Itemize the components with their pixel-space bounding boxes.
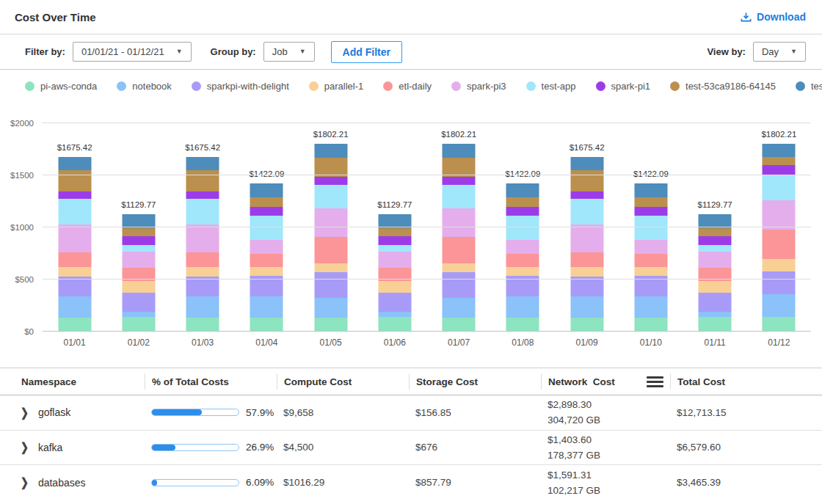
col-header-total-cost[interactable]: Total Cost <box>670 373 807 390</box>
bar-segment-test-53ca9186-64145[interactable] <box>506 197 539 207</box>
bar-segment-test-app[interactable] <box>186 199 219 224</box>
col-header-namespace[interactable]: Namespace <box>15 373 145 390</box>
bar-segment-test-53ca9186-64145[interactable] <box>634 197 667 207</box>
bar-segment-spark-pi3[interactable] <box>58 224 91 252</box>
bar-segment-parallel-1[interactable] <box>763 259 796 271</box>
bar-segment-spark-pi1[interactable] <box>58 191 91 199</box>
bar-segment-spark-pi1[interactable] <box>634 207 667 216</box>
bar-segment-parallel-1[interactable] <box>58 267 91 277</box>
bar-segment-pi-aws-conda[interactable] <box>58 318 91 332</box>
bar-segment-spark-pi3[interactable] <box>186 224 219 252</box>
bar-segment-spark-pi3[interactable] <box>570 224 603 252</box>
legend-item-etl-daily[interactable]: etl-daily <box>383 81 432 92</box>
bar-segment-test-pkix[interactable] <box>763 144 796 157</box>
bar-segment-spark-pi1[interactable] <box>443 177 476 185</box>
bar-segment-spark-pi1[interactable] <box>378 236 411 245</box>
date-range-select[interactable]: 01/01/21 - 01/12/21 ▼ <box>73 42 192 62</box>
bar-segment-etl-daily[interactable] <box>58 252 91 267</box>
bar-segment-spark-pi1[interactable] <box>699 236 732 245</box>
group-by-select[interactable]: Job ▼ <box>263 42 315 62</box>
legend-item-pi-aws-conda[interactable]: pi-aws-conda <box>25 81 97 92</box>
view-by-select[interactable]: Day ▼ <box>753 42 806 62</box>
legend-item-test-app[interactable]: test-app <box>526 81 576 92</box>
bar-segment-test-app[interactable] <box>763 175 796 200</box>
table-row-goflask[interactable]: ❯goflask57.9%$9,658$156.85$2,898.30304,7… <box>0 395 822 431</box>
bar-segment-notebook[interactable] <box>763 294 796 317</box>
stacked-bar-01/12[interactable] <box>763 144 796 332</box>
bar-segment-test-app[interactable] <box>634 216 667 240</box>
bar-segment-sparkpi-with-delight[interactable] <box>58 277 91 296</box>
bar-segment-test-pkix[interactable] <box>443 144 476 157</box>
bar-segment-test-53ca9186-64145[interactable] <box>58 170 91 191</box>
bar-segment-parallel-1[interactable] <box>314 263 347 272</box>
menu-icon[interactable] <box>647 376 663 387</box>
bar-segment-spark-pi3[interactable] <box>634 240 667 254</box>
stacked-bar-01/09[interactable] <box>570 157 603 332</box>
bar-segment-test-pkix[interactable] <box>58 157 91 170</box>
bar-segment-test-53ca9186-64145[interactable] <box>763 157 796 165</box>
bar-segment-pi-aws-conda[interactable] <box>186 318 219 332</box>
bar-segment-notebook[interactable] <box>570 296 603 318</box>
bar-segment-sparkpi-with-delight[interactable] <box>570 277 603 296</box>
bar-segment-test-pkix[interactable] <box>186 157 219 170</box>
bar-segment-test-app[interactable] <box>506 216 539 240</box>
col-header-storage-cost[interactable]: Storage Cost <box>409 373 541 390</box>
stacked-bar-01/03[interactable] <box>186 157 219 332</box>
legend-item-test-pkix[interactable]: test-pkix <box>796 81 822 92</box>
bar-segment-parallel-1[interactable] <box>506 267 539 276</box>
bar-segment-sparkpi-with-delight[interactable] <box>378 293 411 313</box>
bar-segment-notebook[interactable] <box>699 312 732 317</box>
bar-segment-notebook[interactable] <box>250 296 283 318</box>
bar-segment-etl-daily[interactable] <box>186 252 219 267</box>
bar-segment-spark-pi3[interactable] <box>378 252 411 267</box>
bar-segment-test-53ca9186-64145[interactable] <box>122 228 155 236</box>
bar-segment-notebook[interactable] <box>443 298 476 318</box>
bar-segment-pi-aws-conda[interactable] <box>443 318 476 332</box>
bar-segment-parallel-1[interactable] <box>250 267 283 276</box>
legend-item-spark-pi1[interactable]: spark-pi1 <box>596 81 650 92</box>
download-button[interactable]: Download <box>741 11 806 23</box>
bar-segment-test-53ca9186-64145[interactable] <box>186 170 219 191</box>
bar-segment-pi-aws-conda[interactable] <box>634 318 667 332</box>
bar-segment-notebook[interactable] <box>58 296 91 318</box>
bar-segment-parallel-1[interactable] <box>443 263 476 272</box>
stacked-bar-01/01[interactable] <box>58 157 91 332</box>
bar-segment-test-53ca9186-64145[interactable] <box>699 228 732 236</box>
legend-item-sparkpi-with-delight[interactable]: sparkpi-with-delight <box>192 81 289 92</box>
bar-segment-spark-pi1[interactable] <box>122 236 155 245</box>
bar-segment-sparkpi-with-delight[interactable] <box>186 277 219 296</box>
bar-segment-test-pkix[interactable] <box>634 183 667 197</box>
bar-segment-test-pkix[interactable] <box>506 183 539 197</box>
chevron-right-icon[interactable]: ❯ <box>21 475 29 489</box>
bar-segment-notebook[interactable] <box>506 296 539 318</box>
bar-segment-notebook[interactable] <box>634 296 667 318</box>
bar-segment-etl-daily[interactable] <box>443 237 476 264</box>
stacked-bar-01/02[interactable] <box>122 214 155 332</box>
legend-item-spark-pi3[interactable]: spark-pi3 <box>451 81 506 92</box>
bar-segment-etl-daily[interactable] <box>506 254 539 268</box>
bar-segment-etl-daily[interactable] <box>763 230 796 259</box>
bar-segment-sparkpi-with-delight[interactable] <box>122 293 155 313</box>
bar-segment-etl-daily[interactable] <box>570 252 603 267</box>
bar-segment-spark-pi3[interactable] <box>443 208 476 236</box>
bar-segment-spark-pi1[interactable] <box>506 207 539 216</box>
bar-segment-test-app[interactable] <box>443 185 476 208</box>
table-row-kafka[interactable]: ❯kafka26.9%$4,500$676$1,403.60178,377 GB… <box>0 431 822 466</box>
bar-segment-etl-daily[interactable] <box>314 237 347 264</box>
bar-segment-notebook[interactable] <box>122 312 155 317</box>
col-header-compute-cost[interactable]: Compute Cost <box>277 373 409 390</box>
bar-segment-spark-pi3[interactable] <box>122 252 155 267</box>
bar-segment-etl-daily[interactable] <box>250 254 283 268</box>
bar-segment-pi-aws-conda[interactable] <box>250 318 283 332</box>
bar-segment-test-pkix[interactable] <box>314 144 347 157</box>
bar-segment-spark-pi3[interactable] <box>314 208 347 236</box>
bar-segment-sparkpi-with-delight[interactable] <box>699 293 732 313</box>
bar-segment-pi-aws-conda[interactable] <box>378 317 411 332</box>
bar-segment-spark-pi3[interactable] <box>506 240 539 254</box>
bar-segment-test-app[interactable] <box>122 245 155 252</box>
legend-item-parallel-1[interactable]: parallel-1 <box>309 81 363 92</box>
stacked-bar-01/10[interactable] <box>634 183 667 332</box>
bar-segment-spark-pi1[interactable] <box>250 207 283 216</box>
stacked-bar-01/08[interactable] <box>506 183 539 332</box>
bar-segment-parallel-1[interactable] <box>570 267 603 277</box>
